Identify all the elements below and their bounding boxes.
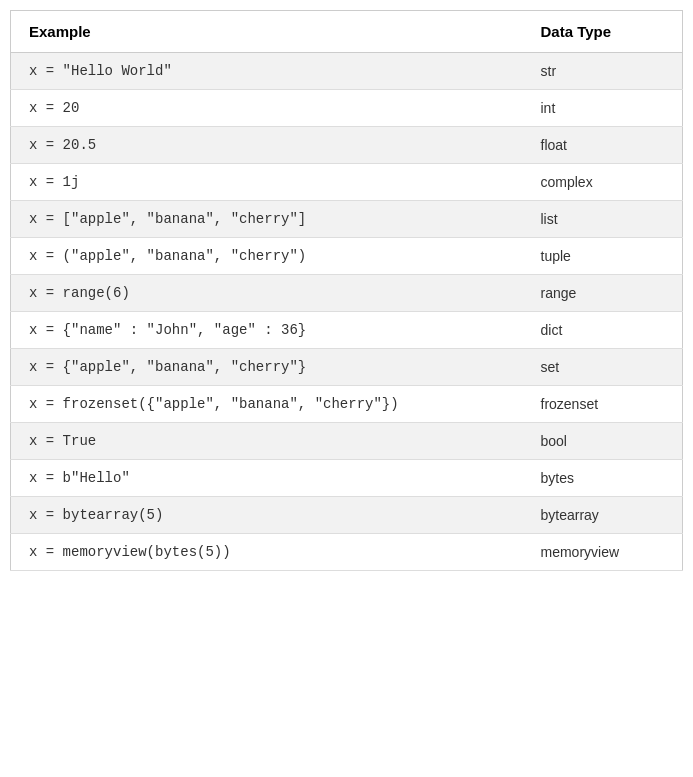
table-row: x = 20int — [11, 90, 683, 127]
cell-example: x = range(6) — [11, 275, 523, 312]
table-row: x = ("apple", "banana", "cherry")tuple — [11, 238, 683, 275]
cell-datatype: set — [523, 349, 683, 386]
header-example: Example — [11, 11, 523, 53]
cell-example: x = True — [11, 423, 523, 460]
table-row: x = ["apple", "banana", "cherry"]list — [11, 201, 683, 238]
cell-datatype: bytearray — [523, 497, 683, 534]
cell-example: x = b"Hello" — [11, 460, 523, 497]
cell-datatype: str — [523, 53, 683, 90]
table-row: x = {"apple", "banana", "cherry"}set — [11, 349, 683, 386]
data-types-table: Example Data Type x = "Hello World"strx … — [10, 10, 683, 571]
cell-datatype: list — [523, 201, 683, 238]
cell-datatype: bytes — [523, 460, 683, 497]
table-row: x = b"Hello"bytes — [11, 460, 683, 497]
cell-datatype: memoryview — [523, 534, 683, 571]
table-row: x = 1jcomplex — [11, 164, 683, 201]
cell-example: x = memoryview(bytes(5)) — [11, 534, 523, 571]
cell-datatype: complex — [523, 164, 683, 201]
table-row: x = {"name" : "John", "age" : 36}dict — [11, 312, 683, 349]
table-header-row: Example Data Type — [11, 11, 683, 53]
cell-example: x = "Hello World" — [11, 53, 523, 90]
cell-example: x = frozenset({"apple", "banana", "cherr… — [11, 386, 523, 423]
cell-datatype: tuple — [523, 238, 683, 275]
cell-datatype: int — [523, 90, 683, 127]
cell-example: x = 20.5 — [11, 127, 523, 164]
cell-datatype: bool — [523, 423, 683, 460]
cell-datatype: range — [523, 275, 683, 312]
cell-datatype: frozenset — [523, 386, 683, 423]
cell-example: x = 20 — [11, 90, 523, 127]
cell-datatype: float — [523, 127, 683, 164]
cell-example: x = {"name" : "John", "age" : 36} — [11, 312, 523, 349]
cell-example: x = bytearray(5) — [11, 497, 523, 534]
cell-example: x = ["apple", "banana", "cherry"] — [11, 201, 523, 238]
header-datatype: Data Type — [523, 11, 683, 53]
table-row: x = bytearray(5)bytearray — [11, 497, 683, 534]
table-row: x = "Hello World"str — [11, 53, 683, 90]
table-row: x = memoryview(bytes(5))memoryview — [11, 534, 683, 571]
table-row: x = 20.5float — [11, 127, 683, 164]
table-row: x = range(6)range — [11, 275, 683, 312]
cell-example: x = {"apple", "banana", "cherry"} — [11, 349, 523, 386]
table-row: x = frozenset({"apple", "banana", "cherr… — [11, 386, 683, 423]
cell-datatype: dict — [523, 312, 683, 349]
cell-example: x = ("apple", "banana", "cherry") — [11, 238, 523, 275]
table-row: x = Truebool — [11, 423, 683, 460]
cell-example: x = 1j — [11, 164, 523, 201]
